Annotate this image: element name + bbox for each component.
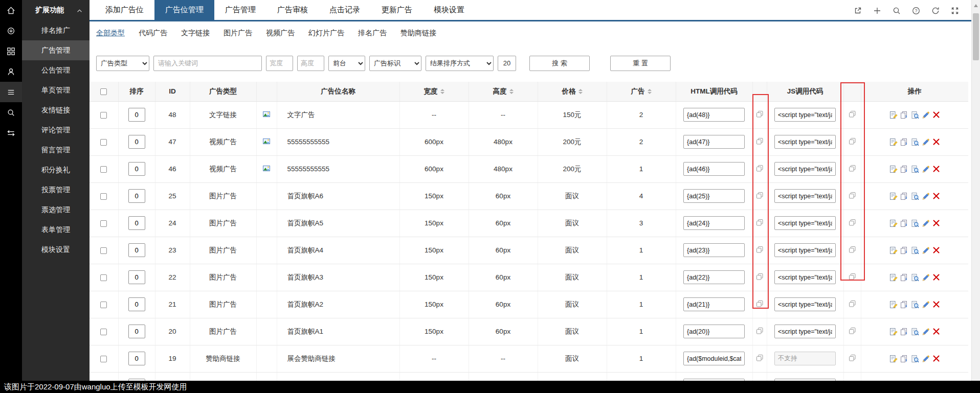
row-checkbox[interactable] bbox=[100, 220, 107, 227]
js-code-input[interactable] bbox=[774, 297, 836, 311]
copy-code-icon[interactable] bbox=[849, 192, 856, 199]
html-code-input[interactable] bbox=[683, 243, 745, 257]
delete-icon[interactable] bbox=[932, 165, 940, 173]
external-link-icon[interactable] bbox=[854, 7, 862, 15]
preview-ad-icon[interactable] bbox=[911, 192, 919, 200]
html-code-input[interactable] bbox=[683, 189, 745, 203]
preview-ad-icon[interactable] bbox=[911, 355, 919, 363]
edit-icon[interactable] bbox=[922, 355, 930, 363]
sidebar-item[interactable]: 评论管理 bbox=[22, 120, 90, 140]
copy-code-icon[interactable] bbox=[756, 219, 763, 226]
html-code-input[interactable] bbox=[683, 352, 745, 365]
html-code-input[interactable] bbox=[683, 135, 745, 149]
scrollbar-thumb[interactable] bbox=[973, 13, 979, 60]
sort-icons[interactable] bbox=[648, 89, 652, 94]
sidebar-item[interactable]: 模块设置 bbox=[22, 240, 90, 260]
edit-icon[interactable] bbox=[922, 246, 930, 255]
sidebar-item[interactable]: 留言管理 bbox=[22, 140, 90, 160]
sidebar-item[interactable]: 表单管理 bbox=[22, 220, 90, 240]
tab[interactable]: 广告位管理 bbox=[154, 0, 214, 20]
height-filter-input[interactable] bbox=[297, 56, 324, 71]
row-checkbox[interactable] bbox=[100, 166, 107, 173]
copy-code-icon[interactable] bbox=[756, 246, 763, 253]
manage-ads-icon[interactable] bbox=[889, 165, 898, 173]
ad-flag-select[interactable]: 广告标识 bbox=[369, 56, 421, 71]
type-filter-link[interactable]: 全部类型 bbox=[96, 29, 125, 38]
sort-order-input[interactable] bbox=[128, 352, 145, 365]
sidebar-item[interactable]: 排名推广 bbox=[22, 20, 90, 40]
html-code-input[interactable] bbox=[683, 270, 745, 284]
row-checkbox[interactable] bbox=[100, 247, 107, 254]
copy-ad-slot-icon[interactable] bbox=[900, 355, 908, 363]
sort-icons[interactable] bbox=[509, 89, 514, 94]
row-checkbox[interactable] bbox=[100, 329, 107, 335]
copy-code-icon[interactable] bbox=[849, 246, 856, 253]
scroll-up-arrow[interactable] bbox=[974, 4, 978, 7]
keyword-input[interactable] bbox=[153, 56, 262, 71]
copy-code-icon[interactable] bbox=[849, 138, 856, 145]
copy-code-icon[interactable] bbox=[849, 273, 856, 280]
js-code-input[interactable] bbox=[774, 325, 836, 338]
sort-order-input[interactable] bbox=[128, 243, 145, 257]
search-rail-icon[interactable] bbox=[0, 102, 22, 123]
delete-icon[interactable] bbox=[932, 246, 940, 254]
refresh-icon[interactable] bbox=[931, 7, 940, 15]
html-code-input[interactable] bbox=[683, 108, 745, 122]
copy-code-icon[interactable] bbox=[756, 192, 763, 199]
preview-ad-icon[interactable] bbox=[911, 111, 919, 119]
edit-icon[interactable] bbox=[922, 300, 930, 309]
html-code-input[interactable] bbox=[683, 325, 745, 338]
row-checkbox[interactable] bbox=[100, 274, 107, 281]
edit-icon[interactable] bbox=[922, 328, 930, 336]
manage-ads-icon[interactable] bbox=[889, 300, 898, 309]
row-checkbox[interactable] bbox=[100, 302, 107, 308]
type-filter-link[interactable]: 视频广告 bbox=[266, 29, 295, 38]
width-filter-input[interactable] bbox=[266, 56, 293, 71]
js-code-input[interactable] bbox=[774, 243, 836, 257]
tab[interactable]: 广告审核 bbox=[266, 0, 319, 20]
type-filter-link[interactable]: 代码广告 bbox=[139, 29, 167, 38]
edit-icon[interactable] bbox=[922, 165, 930, 173]
sidebar-item[interactable]: 广告管理 bbox=[22, 40, 90, 60]
help-icon[interactable]: ? bbox=[912, 7, 920, 15]
select-all-checkbox[interactable] bbox=[100, 88, 107, 95]
js-code-input[interactable] bbox=[774, 270, 836, 284]
sidebar-item[interactable]: 投票管理 bbox=[22, 180, 90, 200]
delete-icon[interactable] bbox=[932, 328, 940, 335]
tab[interactable]: 更新广告 bbox=[371, 0, 423, 20]
sort-order-input[interactable] bbox=[128, 297, 145, 311]
delete-icon[interactable] bbox=[932, 111, 940, 119]
sort-order-input[interactable] bbox=[128, 270, 145, 284]
sort-order-input[interactable] bbox=[128, 189, 145, 203]
manage-ads-icon[interactable] bbox=[889, 138, 898, 146]
tab[interactable]: 添加广告位 bbox=[95, 0, 154, 20]
delete-icon[interactable] bbox=[932, 273, 940, 281]
manage-ads-icon[interactable] bbox=[889, 273, 898, 282]
sort-order-input[interactable] bbox=[128, 216, 145, 230]
sort-icons[interactable] bbox=[578, 89, 583, 94]
js-code-input[interactable] bbox=[774, 162, 836, 176]
type-filter-link[interactable]: 图片广告 bbox=[224, 29, 252, 38]
delete-icon[interactable] bbox=[932, 300, 940, 308]
copy-ad-slot-icon[interactable] bbox=[900, 192, 908, 200]
copy-code-icon[interactable] bbox=[849, 219, 856, 226]
type-filter-link[interactable]: 幻灯片广告 bbox=[308, 29, 344, 38]
ad-type-select[interactable]: 广告类型 bbox=[96, 56, 149, 71]
search-button[interactable]: 搜 索 bbox=[529, 56, 590, 71]
copy-ad-slot-icon[interactable] bbox=[900, 165, 908, 173]
search-icon[interactable] bbox=[893, 7, 901, 15]
copy-ad-slot-icon[interactable] bbox=[900, 300, 908, 309]
target-icon[interactable] bbox=[0, 20, 22, 41]
html-code-input[interactable] bbox=[683, 216, 745, 230]
edit-icon[interactable] bbox=[922, 273, 930, 282]
tab[interactable]: 广告管理 bbox=[214, 0, 266, 20]
js-code-input[interactable] bbox=[774, 189, 836, 203]
row-checkbox[interactable] bbox=[100, 139, 107, 146]
edit-icon[interactable] bbox=[922, 111, 930, 119]
copy-ad-slot-icon[interactable] bbox=[900, 111, 908, 119]
sidebar-item[interactable]: 友情链接 bbox=[22, 100, 90, 120]
preview-ad-icon[interactable] bbox=[911, 300, 919, 309]
sort-order-input[interactable] bbox=[128, 162, 145, 176]
copy-code-icon[interactable] bbox=[849, 300, 856, 307]
html-code-input[interactable] bbox=[683, 162, 745, 176]
